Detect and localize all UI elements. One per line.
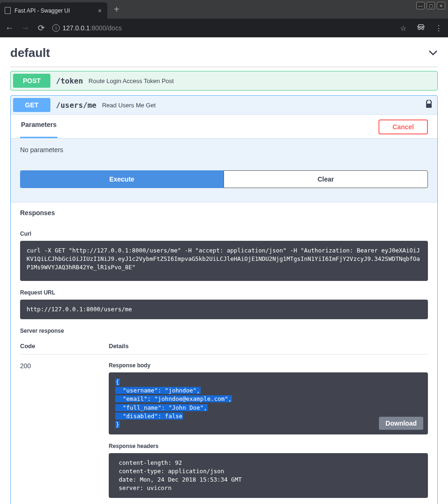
forward-button[interactable]: → — [21, 23, 30, 33]
browser-addressbar: ← → ⟳ i 127.0.0.1:8000/docs ☆ ⋮ — [0, 19, 448, 37]
opblock-get-users-me: GET /users/me Read Users Me Get Paramete… — [10, 95, 438, 504]
request-url[interactable]: http://127.0.0.1:8000/users/me — [20, 300, 428, 319]
op-summary[interactable]: GET /users/me Read Users Me Get — [11, 96, 437, 114]
minimize-button[interactable]: — — [416, 2, 425, 9]
method-badge: GET — [13, 98, 50, 112]
method-badge: POST — [13, 74, 50, 88]
cancel-button[interactable]: Cancel — [378, 119, 428, 134]
response-headers-heading: Response headers — [109, 443, 428, 449]
svg-point-1 — [422, 28, 424, 30]
browser-tab[interactable]: Fast API - Swagger UI × — [0, 2, 107, 19]
response-row: 200 Response body { "username": "johndoe… — [20, 355, 428, 504]
response-body-heading: Response body — [109, 362, 428, 369]
incognito-icon[interactable] — [416, 24, 426, 32]
request-url-heading: Request URL — [20, 289, 428, 296]
op-summary-text: Read Users Me Get — [102, 102, 156, 109]
reload-button[interactable]: ⟳ — [36, 23, 46, 33]
opblock-post-token: POST /token Route Login Access Token Pos… — [10, 71, 438, 91]
url-host: 127.0.0.1 — [63, 24, 90, 32]
op-path: /token — [56, 77, 83, 85]
responses-heading: Responses — [11, 202, 437, 223]
response-body[interactable]: { "username": "johndoe", "email": "johnd… — [109, 372, 428, 434]
execute-row: Execute Clear — [11, 161, 437, 202]
op-summary-text: Route Login Access Token Post — [89, 77, 174, 84]
status-code: 200 — [20, 362, 109, 504]
column-code: Code — [20, 343, 109, 350]
svg-point-0 — [418, 28, 420, 30]
clear-button[interactable]: Clear — [224, 170, 428, 188]
response-table-header: Code Details — [20, 338, 428, 355]
browser-titlebar: Fast API - Swagger UI × + — ▢ ✕ — [0, 0, 448, 19]
back-button[interactable]: ← — [5, 23, 14, 33]
no-parameters-text: No parameters — [20, 146, 63, 154]
tab-title: Fast API - Swagger UI — [14, 7, 70, 14]
responses-section: Curl curl -X GET "http://127.0.0.1:8000/… — [11, 223, 437, 504]
close-button[interactable]: ✕ — [437, 2, 445, 9]
curl-command[interactable]: curl -X GET "http://127.0.0.1:8000/users… — [20, 241, 428, 281]
url-path: /docs — [106, 24, 121, 32]
tag-header[interactable]: default — [10, 37, 438, 67]
url-bar[interactable]: i 127.0.0.1:8000/docs — [52, 24, 392, 32]
maximize-button[interactable]: ▢ — [427, 2, 435, 9]
server-response-heading: Server response — [20, 328, 428, 334]
download-button[interactable]: Download — [379, 417, 423, 430]
page-icon — [5, 7, 11, 14]
op-path: /users/me — [56, 101, 97, 110]
column-details: Details — [109, 343, 428, 350]
chevron-down-icon[interactable] — [428, 48, 438, 58]
divider — [10, 67, 438, 67]
menu-icon[interactable]: ⋮ — [434, 24, 443, 33]
site-info-icon[interactable]: i — [52, 24, 60, 32]
page-content: default POST /token Route Login Access T… — [0, 37, 448, 504]
curl-heading: Curl — [20, 231, 428, 237]
svg-rect-2 — [426, 104, 432, 108]
star-icon[interactable]: ☆ — [399, 24, 408, 33]
parameters-bar: Parameters Cancel — [11, 114, 437, 139]
window-controls: — ▢ ✕ — [416, 0, 448, 19]
response-headers[interactable]: content-length: 92 content-type: applica… — [109, 453, 428, 498]
parameters-tab[interactable]: Parameters — [20, 121, 57, 138]
op-summary[interactable]: POST /token Route Login Access Token Pos… — [11, 71, 437, 90]
parameters-body: No parameters — [11, 139, 437, 161]
url-port: :8000 — [90, 24, 106, 32]
close-tab-icon[interactable]: × — [98, 7, 102, 14]
lock-icon[interactable] — [425, 100, 433, 110]
execute-button[interactable]: Execute — [20, 170, 224, 188]
new-tab-button[interactable]: + — [114, 4, 119, 15]
tag-title: default — [10, 46, 50, 60]
